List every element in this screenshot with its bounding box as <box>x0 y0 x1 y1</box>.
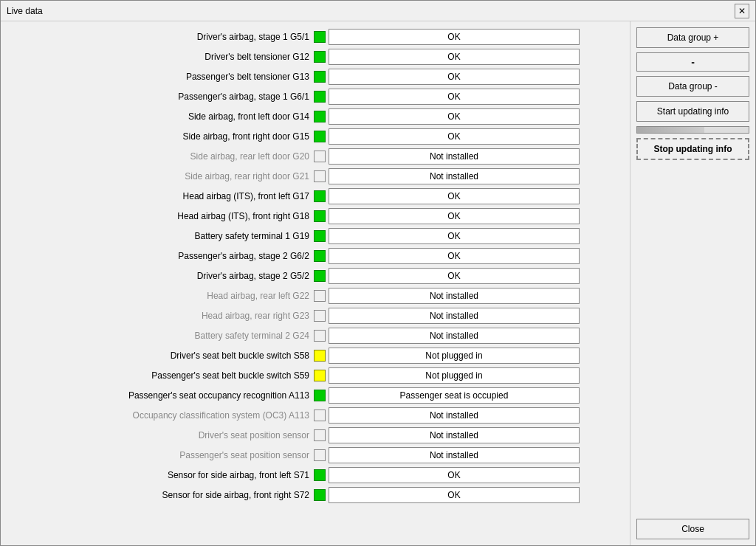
window-title: Live data <box>7 6 43 16</box>
row-value: Not plugged in <box>329 348 580 364</box>
row-value: Not installed <box>329 308 580 324</box>
row-label: Passenger's seat occupancy recognition A… <box>4 390 314 401</box>
table-row: Head airbag, rear right G23Not installed <box>4 306 627 325</box>
row-indicator <box>314 131 326 142</box>
row-value: OK <box>329 487 580 503</box>
row-indicator <box>314 230 326 242</box>
table-row: Driver's airbag, stage 1 G5/1OK <box>4 27 627 46</box>
table-row: Sensor for side airbag, front left S71OK <box>4 466 627 485</box>
row-label: Side airbag, rear left door G20 <box>4 151 314 162</box>
row-label: Driver's seat position sensor <box>4 430 314 440</box>
row-label: Occupancy classification system (OC3) A1… <box>4 410 314 421</box>
row-label: Sensor for side airbag, front left S71 <box>4 470 314 480</box>
table-row: Head airbag, rear left G22Not installed <box>4 286 627 305</box>
row-indicator <box>314 111 326 122</box>
close-button[interactable]: Close <box>636 519 749 539</box>
row-value: Not plugged in <box>329 367 580 384</box>
row-indicator <box>314 390 326 401</box>
data-group-plus-button[interactable]: Data group + <box>636 27 749 48</box>
row-indicator <box>314 250 326 262</box>
row-label: Battery safety terminal 1 G19 <box>4 231 314 241</box>
row-label: Side airbag, front left door G14 <box>4 111 314 122</box>
sidebar-panel: Data group + - Data group - Start updati… <box>630 21 755 545</box>
table-row: Passenger's seat occupancy recognition A… <box>4 386 627 405</box>
row-label: Side airbag, rear right door G21 <box>4 171 314 182</box>
row-indicator <box>314 489 326 501</box>
window-close-button[interactable]: ✕ <box>735 4 749 18</box>
row-label: Side airbag, front right door G15 <box>4 131 314 142</box>
row-indicator <box>314 71 326 83</box>
row-value: OK <box>329 208 580 224</box>
progress-bar <box>636 126 749 134</box>
row-label: Head airbag (ITS), front left G17 <box>4 191 314 201</box>
row-value: Not installed <box>329 328 580 344</box>
row-value: OK <box>329 89 580 105</box>
row-indicator <box>314 330 326 342</box>
row-label: Driver's seat belt buckle switch S58 <box>4 350 314 361</box>
table-row: Passenger's airbag, stage 2 G6/2OK <box>4 246 627 266</box>
row-indicator <box>314 410 326 421</box>
row-indicator <box>314 190 326 202</box>
row-value: OK <box>329 69 580 85</box>
row-value: OK <box>329 108 580 125</box>
table-row: Side airbag, front right door G15OK <box>4 127 627 146</box>
row-indicator <box>314 350 326 362</box>
table-row: Passenger's seat belt buckle switch S59N… <box>4 366 627 385</box>
data-table: Driver's airbag, stage 1 G5/1OKDriver's … <box>1 21 630 545</box>
table-row: Side airbag, rear right door G21Not inst… <box>4 167 627 186</box>
row-label: Passenger's belt tensioner G13 <box>4 72 314 82</box>
row-indicator <box>314 290 326 302</box>
row-indicator <box>314 170 326 182</box>
table-row: Passenger's seat position sensorNot inst… <box>4 446 627 465</box>
row-value: OK <box>329 467 580 483</box>
row-label: Passenger's airbag, stage 2 G6/2 <box>4 251 314 261</box>
row-indicator <box>314 449 326 461</box>
row-label: Head airbag, rear right G23 <box>4 311 314 321</box>
table-row: Side airbag, front left door G14OK <box>4 107 627 126</box>
table-row: Driver's seat belt buckle switch S58Not … <box>4 346 627 365</box>
row-label: Driver's airbag, stage 2 G5/2 <box>4 271 314 281</box>
stop-updating-button[interactable]: Stop updating info <box>636 138 749 160</box>
table-row: Passenger's belt tensioner G13OK <box>4 67 627 86</box>
row-value: Not installed <box>329 447 580 463</box>
row-value: Passenger seat is occupied <box>329 387 580 404</box>
data-group-minus-button[interactable]: Data group - <box>636 76 749 97</box>
row-value: OK <box>329 248 580 264</box>
row-label: Passenger's airbag, stage 1 G6/1 <box>4 91 314 102</box>
row-indicator <box>314 210 326 222</box>
progress-fill <box>637 127 704 133</box>
row-label: Passenger's seat belt buckle switch S59 <box>4 370 314 381</box>
row-indicator <box>314 370 326 381</box>
table-row: Side airbag, rear left door G20Not insta… <box>4 147 627 166</box>
row-label: Driver's airbag, stage 1 G5/1 <box>4 32 314 42</box>
table-row: Battery safety terminal 1 G19OK <box>4 227 627 246</box>
row-value: OK <box>329 228 580 244</box>
dash-separator: - <box>636 52 749 72</box>
table-row: Driver's airbag, stage 2 G5/2OK <box>4 266 627 286</box>
table-row: Occupancy classification system (OC3) A1… <box>4 406 627 425</box>
table-row: Sensor for side airbag, front right S72O… <box>4 485 627 505</box>
row-value: Not installed <box>329 148 580 165</box>
row-value: Not installed <box>329 168 580 184</box>
row-value: OK <box>329 188 580 204</box>
table-row: Driver's belt tensioner G12OK <box>4 47 627 66</box>
row-indicator <box>314 51 326 63</box>
row-indicator <box>314 31 326 43</box>
row-value: Not installed <box>329 407 580 424</box>
title-bar: Live data ✕ <box>1 1 755 21</box>
table-row: Head airbag (ITS), front left G17OK <box>4 187 627 206</box>
row-value: OK <box>329 29 580 45</box>
row-label: Battery safety terminal 2 G24 <box>4 331 314 341</box>
row-indicator <box>314 469 326 481</box>
row-value: OK <box>329 128 580 145</box>
table-row: Driver's seat position sensorNot install… <box>4 426 627 445</box>
row-indicator <box>314 151 326 162</box>
row-label: Head airbag, rear left G22 <box>4 291 314 301</box>
row-indicator <box>314 310 326 322</box>
row-label: Head airbag (ITS), front right G18 <box>4 211 314 221</box>
row-label: Driver's belt tensioner G12 <box>4 52 314 62</box>
row-label: Sensor for side airbag, front right S72 <box>4 490 314 500</box>
row-value: OK <box>329 268 580 284</box>
start-updating-button[interactable]: Start updating info <box>636 101 749 122</box>
row-indicator <box>314 91 326 103</box>
